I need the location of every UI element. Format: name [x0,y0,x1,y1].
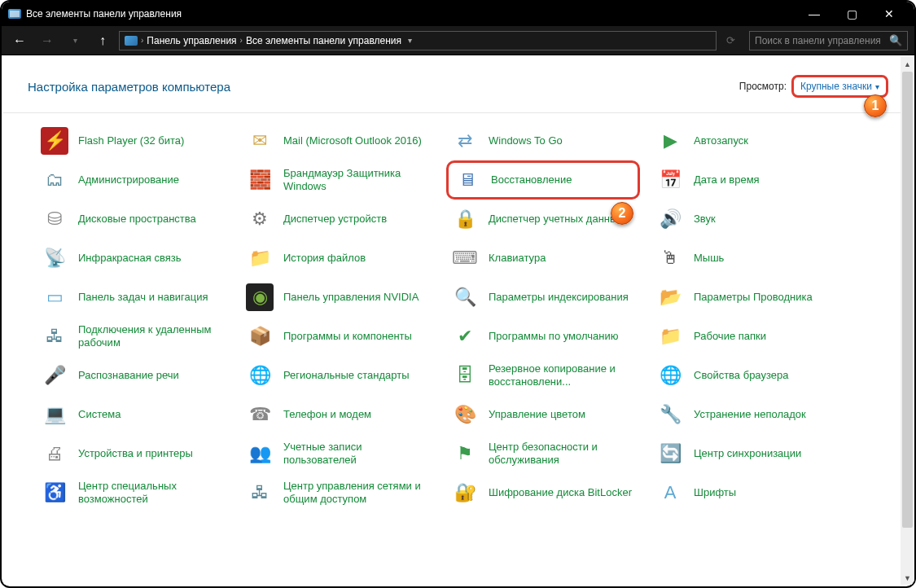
nvidia-panel-icon: ◉ [246,283,274,311]
mail-outlook-icon: ✉ [246,127,274,155]
cp-item-sync-center[interactable]: 🔄Центр синхронизации [651,434,845,473]
device-manager-icon: ⚙ [246,205,274,233]
cp-item-region[interactable]: 🌐Региональные стандарты [241,356,435,395]
cp-item-infrared[interactable]: 📡Инфракрасная связь [36,239,230,278]
cp-item-internet-options[interactable]: 🌐Свойства браузера [651,356,845,395]
indexing-icon: 🔍 [451,283,479,311]
cp-item-keyboard[interactable]: ⌨Клавиатура [446,239,640,278]
close-button[interactable]: ✕ [870,2,908,26]
cp-item-work-folders[interactable]: 📁Рабочие папки [651,317,845,356]
cp-item-storage-spaces[interactable]: ⛁Дисковые пространства [36,200,230,239]
cp-item-taskbar[interactable]: ▭Панель задач и навигация [36,278,230,317]
cp-item-default-programs[interactable]: ✔Программы по умолчанию [446,317,640,356]
cp-item-explorer-options[interactable]: 📂Параметры Проводника [651,278,845,317]
address-dropdown-icon[interactable]: ▾ [408,36,412,45]
item-label: Мышь [694,252,724,265]
titlebar: Все элементы панели управления — ▢ ✕ [2,2,914,26]
item-label: Центр синхронизации [694,447,801,460]
address-bar[interactable]: › Панель управления › Все элементы панел… [119,31,717,50]
security-center-icon: ⚑ [451,440,479,467]
up-button[interactable]: ↑ [91,29,114,52]
cp-item-device-manager[interactable]: ⚙Диспетчер устройств [241,200,435,239]
scroll-up-icon[interactable]: ▲ [901,57,914,71]
window-controls: — ▢ ✕ [795,2,908,26]
windows-to-go-icon: ⇄ [451,127,479,155]
breadcrumb-item[interactable]: Панель управления [147,35,236,46]
cp-item-date-time[interactable]: 📅Дата и время [651,160,845,200]
scrollbar[interactable]: ▲ ▼ [901,57,914,585]
chevron-right-icon: › [240,36,243,45]
cp-item-credential-manager[interactable]: 🔒Диспетчер учетных данных [446,200,640,239]
item-label: История файлов [283,252,366,265]
default-programs-icon: ✔ [451,323,479,350]
cp-item-devices-printers[interactable]: 🖨Устройства и принтеры [36,434,230,473]
cp-item-nvidia-panel[interactable]: ◉Панель управления NVIDIA [241,278,435,317]
item-label: Клавиатура [489,252,546,265]
cp-item-network-center[interactable]: 🖧Центр управления сетями и общим доступо… [241,473,435,512]
maximize-button[interactable]: ▢ [833,2,870,26]
minimize-button[interactable]: — [795,2,833,26]
cp-item-phone-modem[interactable]: ☎Телефон и модем [241,395,435,434]
view-selector: Просмотр: Крупные значки [739,75,888,98]
navbar: ← → ▾ ↑ › Панель управления › Все элемен… [2,26,914,55]
cp-item-recovery[interactable]: 🖥Восстановление [446,160,640,200]
cp-item-indexing[interactable]: 🔍Параметры индексирования [446,278,640,317]
item-label: Центр управления сетями и общим доступом [283,480,430,505]
item-label: Восстановление [491,173,572,186]
search-input[interactable]: Поиск в панели управления 🔍 [749,31,908,50]
breadcrumb-item[interactable]: Все элементы панели управления [246,35,401,46]
cp-item-user-accounts[interactable]: 👥Учетные записи пользователей [241,434,435,473]
system-icon: 💻 [41,401,68,428]
cp-item-troubleshooting[interactable]: 🔧Устранение неполадок [651,395,845,434]
cp-item-fonts[interactable]: AШрифты [651,473,845,512]
cp-item-flash-player[interactable]: ⚡Flash Player (32 бита) [36,121,230,160]
item-label: Устранение неполадок [694,408,806,421]
recent-dropdown[interactable]: ▾ [64,29,86,52]
item-label: Учетные записи пользователей [283,441,430,466]
scrollbar-thumb[interactable] [902,72,913,528]
cp-item-mouse[interactable]: 🖱Мышь [651,239,845,278]
cp-item-mail-outlook[interactable]: ✉Mail (Microsoft Outlook 2016) [241,121,435,160]
cp-item-system[interactable]: 💻Система [36,395,230,434]
cp-item-sound[interactable]: 🔊Звук [651,200,845,239]
cp-item-bitlocker[interactable]: 🔐Шифрование диска BitLocker [446,473,640,512]
cp-item-color-management[interactable]: 🎨Управление цветом [446,395,640,434]
item-label: Устройства и принтеры [78,447,193,460]
item-label: Свойства браузера [694,369,788,382]
item-label: Рабочие папки [694,330,766,343]
flash-player-icon: ⚡ [41,127,68,155]
forward-button[interactable]: → [36,29,59,52]
item-label: Панель управления NVIDIA [283,291,419,304]
control-panel-icon [125,36,138,46]
callout-2: 2 [611,202,633,225]
item-label: Параметры Проводника [694,291,813,304]
cp-item-firewall[interactable]: 🧱Брандмауэр Защитника Windows [241,160,435,200]
item-label: Брандмауэр Защитника Windows [283,167,430,192]
window-title: Все элементы панели управления [26,8,182,20]
cp-item-administration[interactable]: 🗂Администрирование [36,160,230,200]
scroll-down-icon[interactable]: ▼ [901,571,914,585]
taskbar-icon: ▭ [41,283,68,311]
cp-item-programs[interactable]: 📦Программы и компоненты [241,317,435,356]
cp-item-file-history[interactable]: 📁История файлов [241,239,435,278]
content-header: Настройка параметров компьютера Просмотр… [3,57,913,113]
item-label: Распознавание речи [78,369,179,382]
cp-item-security-center[interactable]: ⚑Центр безопасности и обслуживания [446,434,640,473]
keyboard-icon: ⌨ [451,244,479,272]
backup-icon: 🗄 [451,362,479,389]
cp-item-autoplay[interactable]: ▶Автозапуск [651,121,845,160]
items-grid: ⚡Flash Player (32 бита)✉Mail (Microsoft … [3,113,913,584]
cp-item-remoteapp[interactable]: 🖧Подключения к удаленным рабочим [36,317,230,356]
item-label: Шифрование диска BitLocker [489,486,632,499]
cp-item-speech[interactable]: 🎤Распознавание речи [36,356,230,395]
back-button[interactable]: ← [8,29,31,52]
cp-item-windows-to-go[interactable]: ⇄Windows To Go [446,121,640,160]
speech-icon: 🎤 [41,362,68,389]
credential-manager-icon: 🔒 [451,205,479,233]
cp-item-backup[interactable]: 🗄Резервное копирование и восстановлени..… [446,356,640,395]
cp-item-ease-of-access[interactable]: ♿Центр специальных возможностей [36,473,230,512]
refresh-button[interactable]: ⟳ [721,29,739,52]
search-placeholder: Поиск в панели управления [755,35,881,46]
item-label: Шрифты [694,486,736,499]
item-label: Mail (Microsoft Outlook 2016) [283,134,422,147]
